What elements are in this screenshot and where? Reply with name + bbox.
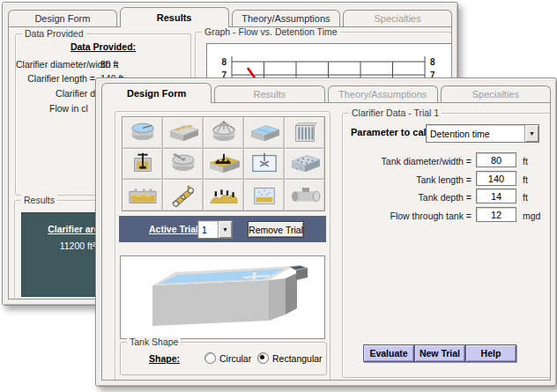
active-trial-bar: Active Trial: 1 ▼ Remove Trial [119,216,326,242]
flow-through-tank-input[interactable] [476,207,516,222]
parameter-select[interactable]: Detention time ▼ [426,124,539,143]
graph-group-title: Graph - Flow vs. Detention Time [202,26,340,38]
tank-shape-group: Tank Shape Shape: Circular Rectangular [120,342,327,375]
tank-depth-label: Tank depth = [350,192,472,203]
circular-clarifier-icon [124,119,161,146]
bg-tab-results[interactable]: Results [120,7,229,27]
sludge-basin-button[interactable] [123,180,162,211]
bg-tab-specialties[interactable]: Specialties [343,10,452,26]
shape-label: Shape: [149,353,180,364]
chemical-tank-button[interactable] [244,180,284,211]
circular-clarifier-button[interactable] [123,117,162,148]
clarifier-data-group: Clarifier Data - Trial 1 Parameter to ca… [342,113,551,378]
data-row-label: Clarifier length = [16,73,95,84]
tank-shape-group-title: Tank Shape [127,337,181,348]
design-form-page: Active Trial: 1 ▼ Remove Trial [101,102,551,381]
rectangular-radio[interactable]: Rectangular [257,352,323,364]
rectangular-basin-icon [165,119,202,146]
tank-diameter-width-unit: ft [523,156,528,166]
trickling-filter-icon [205,119,242,146]
trickling-filter-button[interactable] [204,117,243,148]
tank-preview-box [120,255,325,339]
design-form-window: Design Form Results Theory/Assumptions S… [95,78,557,387]
bar-screen-icon [286,119,323,146]
clarifier-data-group-title: Clarifier Data - Trial 1 [349,107,442,119]
tank-depth-unit: ft [523,192,528,203]
y-tick-left-8: 8 [221,57,227,67]
tank-length-unit: ft [523,174,528,185]
data-row-value: 80 ft [100,59,118,70]
evaluate-button[interactable]: Evaluate [363,344,414,362]
tank-length-input[interactable] [476,171,516,186]
diffused-aeration-icon [205,181,242,209]
media-filter-button[interactable] [285,149,324,180]
rapid-mix-tank-icon [124,150,161,177]
tank-depth-input[interactable] [476,189,516,203]
digester-tank-icon [286,181,323,209]
scraper-clarifier-button[interactable] [163,149,203,180]
help-button[interactable]: Help [465,344,516,362]
fg-tab-theory-assumptions[interactable]: Theory/Assumptions [328,85,438,102]
tank-length-label: Tank length = [350,174,472,185]
rectangular-clarifier-icon [246,119,283,146]
flow-through-tank-unit: mgd [523,211,540,221]
active-trial-label: Active Trial: [149,224,202,234]
chevron-down-icon[interactable]: ▼ [218,221,232,238]
chevron-down-icon[interactable]: ▼ [524,125,538,142]
data-row-label: Clarifier diameter/width = [16,59,95,70]
fg-tab-results[interactable]: Results [214,85,324,102]
belt-press-icon [165,181,202,209]
belt-press-button[interactable] [163,180,203,211]
bar-screen-button[interactable] [285,117,324,148]
digester-tank-button[interactable] [285,180,324,211]
results-window-tabstrip: Design Form Results Theory/Assumptions S… [8,7,452,27]
tank-selection-frame: Active Trial: 1 ▼ Remove Trial [115,111,330,381]
bg-tab-design-form[interactable]: Design Form [8,10,117,26]
fg-tab-design-form[interactable]: Design Form [101,83,212,103]
data-provided-group-title: Data Provided [22,28,86,40]
circular-radio[interactable]: Circular [204,352,251,364]
new-trial-button[interactable]: New Trial [414,344,465,362]
scraper-clarifier-icon [165,150,202,177]
active-trial-select[interactable]: 1 ▼ [197,220,233,239]
rectangular-tank-illustration [121,256,324,338]
flow-through-tank-label: Flow through tank = [350,211,472,221]
diffused-aeration-button[interactable] [204,180,243,211]
y-tick-right-8: 8 [430,57,435,67]
data-provided-heading: Data Provided: [16,41,190,52]
sludge-basin-icon [124,181,161,209]
media-filter-icon [286,150,323,177]
rectangular-basin-button[interactable] [163,117,203,148]
data-row-label: Clarifier d [16,88,95,99]
equipment-grid [122,116,325,211]
tank-diameter-width-input[interactable] [476,152,516,167]
flotation-unit-icon [246,150,283,177]
desktop: Design Form Results Theory/Assumptions S… [0,0,557,392]
remove-trial-button[interactable]: Remove Trial [248,221,304,238]
radio-circle-icon [257,352,269,364]
aeration-basin-icon [205,150,242,177]
rectangular-clarifier-button[interactable] [244,117,284,148]
flotation-unit-button[interactable] [244,149,284,180]
tank-diameter-width-label: Tank diameter/width = [350,156,472,166]
rapid-mix-tank-button[interactable] [123,149,162,180]
aeration-basin-button[interactable] [204,149,243,180]
design-form-tabstrip: Design Form Results Theory/Assumptions S… [101,83,551,103]
results-group-title: Results [21,195,57,206]
fg-tab-specialties[interactable]: Specialties [441,85,551,102]
bg-tab-theory-assumptions[interactable]: Theory/Assumptions [232,10,341,26]
radio-circle-icon [204,352,216,364]
chemical-tank-icon [246,181,283,209]
data-row-label: Flow in cl [16,103,95,114]
